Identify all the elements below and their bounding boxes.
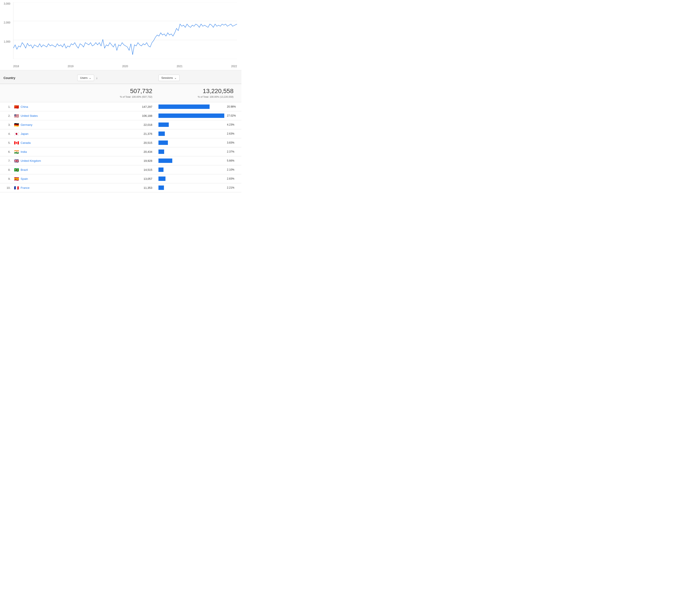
- table-row: 7. 🇬🇧 United Kingdom 19,928 5.66%: [0, 156, 241, 165]
- x-label-2022: 2022: [231, 65, 237, 68]
- sessions-pct: 2.10%: [227, 168, 238, 171]
- row-rank: 2.: [3, 114, 12, 118]
- row-rank: 4.: [3, 132, 12, 135]
- table-header: Country Users ⌄ ↓ Sessions ⌄: [0, 70, 241, 84]
- chart-area: [13, 2, 237, 59]
- row-users-value: 20,434: [77, 150, 157, 153]
- country-name-link[interactable]: Germany: [21, 123, 32, 126]
- row-users-value: 22,018: [77, 123, 157, 126]
- country-flag: 🇺🇸: [14, 114, 19, 118]
- row-country: 🇯🇵 Japan: [14, 132, 75, 135]
- row-country: 🇪🇸 Spain: [14, 177, 75, 181]
- bar-container: [158, 123, 225, 127]
- bar-container: [158, 167, 225, 172]
- row-rank: 6.: [3, 150, 12, 153]
- data-rows-container: 1. 🇨🇳 China 147,297 20.98% 2. 🇺🇸 United …: [0, 102, 241, 192]
- y-label-1000: 1,000: [4, 40, 10, 43]
- totals-sessions-value: 13,220,558: [158, 88, 233, 95]
- row-country: 🇨🇦 Canada: [14, 141, 75, 145]
- totals-users-value: 507,732: [77, 88, 152, 95]
- table-row: 5. 🇨🇦 Canada 20,515 3.83%: [0, 138, 241, 147]
- table-row: 3. 🇩🇪 Germany 22,018 4.23%: [0, 120, 241, 129]
- bar-container: [158, 150, 225, 154]
- country-name-link[interactable]: China: [21, 105, 28, 109]
- row-users-value: 21,376: [77, 132, 157, 135]
- row-country: 🇧🇷 Brazil: [14, 168, 75, 172]
- country-name-link[interactable]: United Kingdom: [21, 159, 41, 162]
- sessions-column-header: Sessions ⌄: [158, 74, 238, 81]
- country-flag: 🇧🇷: [14, 168, 19, 172]
- sessions-bar: [158, 167, 163, 172]
- row-users-value: 14,515: [77, 168, 157, 172]
- totals-sessions-sub: % of Total: 100.00% (13,220,558): [198, 95, 233, 98]
- row-rank: 1.: [3, 105, 12, 109]
- bar-container: [158, 114, 225, 118]
- country-name-link[interactable]: India: [21, 150, 27, 153]
- row-country: 🇨🇳 China: [14, 105, 75, 109]
- sort-arrow-icon[interactable]: ↓: [96, 76, 98, 80]
- totals-users-sub: % of Total: 100.00% (507,732): [120, 95, 152, 98]
- sessions-pct: 2.21%: [227, 186, 238, 189]
- sessions-pct: 27.02%: [227, 114, 238, 117]
- sessions-pct: 2.37%: [227, 150, 238, 153]
- row-sessions: 20.98%: [158, 104, 238, 109]
- row-country: 🇫🇷 France: [14, 186, 75, 189]
- sessions-bar: [158, 150, 164, 154]
- row-rank: 7.: [3, 159, 12, 162]
- row-users-value: 13,057: [77, 177, 157, 181]
- sessions-pct: 2.83%: [227, 177, 238, 180]
- sessions-bar: [158, 158, 172, 163]
- row-users-value: 106,188: [77, 114, 157, 118]
- chart-section: 3,000 2,000 1,000 2018 20: [0, 0, 241, 70]
- country-name-link[interactable]: Brazil: [21, 168, 28, 172]
- sessions-chevron-down-icon: ⌄: [174, 76, 177, 80]
- row-sessions: 2.10%: [158, 167, 238, 172]
- row-users-value: 20,515: [77, 141, 157, 145]
- country-name-link[interactable]: Spain: [21, 177, 28, 181]
- sessions-pct: 3.83%: [227, 141, 238, 144]
- sessions-pct: 2.63%: [227, 132, 238, 135]
- bar-container: [158, 141, 225, 145]
- country-column-header: Country: [3, 76, 75, 80]
- country-flag: 🇨🇦: [14, 141, 19, 145]
- chevron-down-icon: ⌄: [89, 76, 91, 80]
- country-flag: 🇮🇳: [14, 150, 19, 153]
- row-sessions: 2.21%: [158, 185, 238, 190]
- country-name-link[interactable]: Japan: [21, 132, 28, 135]
- totals-row: 507,732 % of Total: 100.00% (507,732) 13…: [0, 84, 241, 102]
- x-label-2021: 2021: [177, 65, 183, 68]
- row-users-value: 147,297: [77, 105, 157, 109]
- users-column-header: Users ⌄ ↓: [77, 74, 157, 81]
- row-sessions: 2.63%: [158, 131, 238, 136]
- row-rank: 5.: [3, 141, 12, 145]
- row-sessions: 5.66%: [158, 158, 238, 163]
- sessions-dropdown[interactable]: Sessions ⌄: [158, 74, 180, 81]
- country-name-link[interactable]: United States: [21, 114, 38, 118]
- bar-container: [158, 104, 225, 109]
- row-country: 🇺🇸 United States: [14, 114, 75, 118]
- y-label-2000: 2,000: [4, 21, 10, 24]
- country-name-link[interactable]: Canada: [21, 141, 31, 145]
- row-rank: 3.: [3, 123, 12, 126]
- users-dropdown-label: Users: [80, 76, 88, 80]
- row-country: 🇮🇳 India: [14, 150, 75, 153]
- row-rank: 9.: [3, 177, 12, 181]
- sessions-bar: [158, 177, 165, 181]
- table-row: 2. 🇺🇸 United States 106,188 27.02%: [0, 111, 241, 120]
- users-dropdown[interactable]: Users ⌄: [77, 74, 94, 81]
- totals-sessions: 13,220,558 % of Total: 100.00% (13,220,5…: [158, 88, 238, 99]
- country-flag: 🇩🇪: [14, 123, 19, 126]
- sessions-dropdown-label: Sessions: [161, 76, 173, 80]
- row-country: 🇩🇪 Germany: [14, 123, 75, 126]
- sessions-bar: [158, 185, 164, 190]
- row-rank: 10.: [3, 186, 12, 189]
- country-name-link[interactable]: France: [21, 186, 29, 189]
- sessions-pct: 20.98%: [227, 105, 238, 108]
- row-users-value: 11,353: [77, 186, 157, 189]
- data-table: Country Users ⌄ ↓ Sessions ⌄ 507,732 % o…: [0, 70, 241, 192]
- country-flag: 🇯🇵: [14, 132, 19, 135]
- row-sessions: 2.83%: [158, 177, 238, 181]
- sessions-bar: [158, 114, 224, 118]
- bar-container: [158, 185, 225, 190]
- chart-x-axis: 2018 2019 2020 2021 2022: [13, 65, 237, 68]
